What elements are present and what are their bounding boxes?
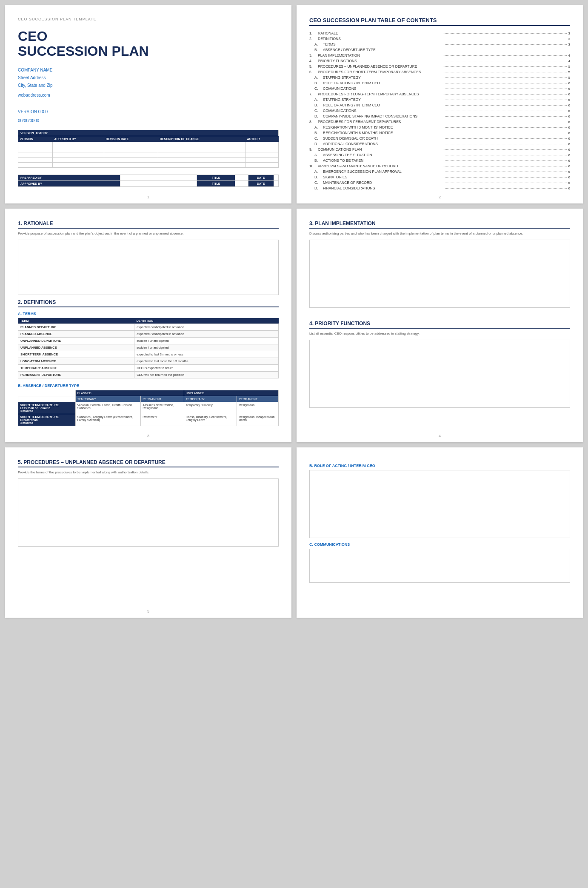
table-row [18, 147, 279, 152]
planned-perm-header: PERMANENT [141, 396, 184, 402]
th-version: VERSION [18, 136, 53, 142]
page-number-5: 5 [5, 609, 291, 613]
title-label2: TITLE [197, 181, 235, 187]
toc-container: 1.RATIONALE32.DEFINITIONS3A.TERMS3B.ABSE… [309, 31, 570, 190]
toc-item: 5.PROCEDURES – UNPLANNED ABSENCE OR DEPA… [309, 64, 570, 69]
toc-title: CEO SUCCESSION PLAN TABLE OF CONTENTS [309, 17, 570, 26]
section3-desc: Discuss authorizing parties and who has … [309, 231, 570, 236]
th-revision: REVISION DATE [104, 136, 158, 142]
toc-item: D.FINANCIAL CONSIDERATIONS6 [309, 186, 570, 190]
approved-by-label: APPROVED BY [18, 181, 120, 187]
toc-item: C.COMMUNICATIONS6 [309, 86, 570, 91]
section5-title: 5. PROCEDURES – UNPLANNED ABSENCE OR DEP… [18, 459, 279, 467]
table-row: TEMPORARY ABSENCECEO is expected to retu… [18, 365, 279, 372]
toc-item: B.ROLE OF ACTING / INTERIM CEO6 [309, 81, 570, 85]
sub-a-title: A. TERMS [18, 312, 279, 316]
page-6: B. ROLE OF ACTING / INTERIM CEO C. COMMU… [297, 447, 583, 618]
procedures-content-box [18, 478, 279, 547]
unplanned-header: UNPLANNED [184, 390, 278, 396]
sub-b-title-p6: B. ROLE OF ACTING / INTERIM CEO [309, 464, 570, 468]
toc-item: C.MAINTENANCE OF RECORD6 [309, 180, 570, 185]
section4-desc: List all essential CEO responsibilities … [309, 331, 570, 336]
page-number-4: 4 [297, 434, 583, 438]
toc-item: A.STAFFING STRATEGY6 [309, 97, 570, 102]
section2-title: 2. DEFINITIONS [18, 299, 279, 307]
toc-item: A.TERMS3 [309, 42, 570, 46]
main-title: CEO SUCCESSION PLAN [18, 29, 279, 59]
table-row: PLANNED DEPARTUREexpected / anticipated … [18, 324, 279, 331]
th-author: AUTHOR [245, 136, 279, 142]
prepared-by-label: PREPARED BY [18, 175, 120, 181]
sub-b-title: B. ABSENCE / DEPARTURE TYPE [18, 384, 279, 388]
toc-item: 6.PROCEDURES FOR SHORT-TERM TEMPORARY AB… [309, 70, 570, 74]
th-approved: APPROVED BY [53, 136, 104, 142]
company-info: COMPANY NAME Street Address City, State … [18, 66, 279, 89]
page-2: CEO SUCCESSION PLAN TABLE OF CONTENTS 1.… [297, 5, 583, 203]
table-row: SHORT TERM DEPARTURE Less than or Equal … [18, 402, 279, 414]
toc-item: B.ABSENCE / DEPARTURE TYPE [309, 48, 570, 52]
acting-ceo-content-box [309, 470, 570, 538]
page-5: 5. PROCEDURES – UNPLANNED ABSENCE OR DEP… [5, 447, 291, 618]
date-label2: DATE [248, 181, 274, 187]
toc-item: 8.PROCEDURES FOR PERMANENT DEPARTURES6 [309, 120, 570, 124]
table-row: SHORT TERM DEPARTURE Greater than 3 mont… [18, 414, 279, 426]
table-row [18, 152, 279, 158]
table-row: UNPLANNED DEPARTUREsudden / unanticipate… [18, 338, 279, 344]
section1-desc: Provide purpose of succession plan and t… [18, 231, 279, 236]
unplanned-temp-header: TEMPORARY [184, 396, 237, 402]
footer-table: PREPARED BY TITLE DATE APPROVED BY TITLE… [18, 175, 279, 187]
toc-item: A.EMERGENCY SUCCESSION PLAN APPROVAL6 [309, 169, 570, 174]
version-history-header: VERSION HISTORY [18, 130, 279, 136]
plan-impl-content-box [309, 240, 570, 308]
toc-item: B.SIGNATORIES6 [309, 175, 570, 179]
toc-item: C.COMMUNICATIONS6 [309, 109, 570, 113]
table-row: SHORT-TERM ABSENCEexpected to last 3 mon… [18, 351, 279, 358]
toc-item: A.RESIGNATION WITH 3 MONTHS' NOTICE6 [309, 125, 570, 129]
terms-th-def: DEFINITION [134, 318, 279, 324]
rationale-content-box [18, 240, 279, 295]
th-description: DESCRIPTION OF CHANGE [158, 136, 245, 142]
table-row [18, 163, 279, 168]
page-3: 1. RATIONALE Provide purpose of successi… [5, 209, 291, 442]
absence-departure-table: PLANNED UNPLANNED TEMPORARY PERMANENT TE… [18, 390, 279, 426]
toc-item: 7.PROCEDURES FOR LONG-TERM TEMPORARY ABS… [309, 92, 570, 96]
sub-c-title-p6: C. COMMUNICATIONS [309, 542, 570, 547]
table-row: PERMANENT DEPARTURECEO will not return t… [18, 372, 279, 378]
title-label1: TITLE [197, 175, 235, 181]
table-row: UNPLANNED ABSENCEsudden / unanticipated [18, 344, 279, 351]
toc-item: B.ROLE OF ACTING / INTERIM CEO6 [309, 103, 570, 107]
section4-title: 4. PRIORITY FUNCTIONS [309, 321, 570, 329]
terms-table: TERM DEFINITION PLANNED DEPARTUREexpecte… [18, 318, 279, 378]
priority-functions-content-box [309, 340, 570, 408]
section5-desc: Provide the terms of the procedures to b… [18, 470, 279, 475]
toc-item: B.ACTIONS TO BE TAKEN6 [309, 158, 570, 163]
web-address: webaddress.com [18, 93, 279, 97]
toc-item: 1.RATIONALE3 [309, 31, 570, 35]
unplanned-perm-header: PERMANENT [237, 396, 279, 402]
toc-item: A.STAFFING STRATEGY5 [309, 75, 570, 80]
communications-content-box [309, 549, 570, 583]
toc-item: D.ADDITIONAL CONSIDERATIONS6 [309, 142, 570, 146]
page-number-3: 3 [5, 434, 291, 438]
page-number-1: 1 [5, 195, 291, 199]
table-row [18, 158, 279, 163]
date-label: 00/00/0000 [18, 118, 279, 123]
version-label: VERSION 0.0.0 [18, 109, 279, 114]
table-row [18, 142, 279, 147]
date-label1: DATE [248, 175, 274, 181]
toc-item: 2.DEFINITIONS3 [309, 37, 570, 41]
toc-item: A.ASSESSING THE SITUATION6 [309, 153, 570, 157]
page-1: CEO SUCCESSION PLAN TEMPLATE CEO SUCCESS… [5, 5, 291, 203]
section3-title: 3. PLAN IMPLEMENTATION [309, 221, 570, 229]
template-label: CEO SUCCESSION PLAN TEMPLATE [18, 17, 279, 21]
planned-header: PLANNED [75, 390, 184, 396]
page-number-2: 2 [297, 195, 583, 199]
section1-title: 1. RATIONALE [18, 221, 279, 229]
toc-item: B.RESIGNATION WITH 6 MONTHS' NOTICE6 [309, 131, 570, 135]
page-4: 3. PLAN IMPLEMENTATION Discuss authorizi… [297, 209, 583, 442]
terms-th-term: TERM [18, 318, 134, 324]
toc-item: D.COMPANY-WIDE STAFFING IMPACT CONSIDERA… [309, 114, 570, 118]
toc-item: C.SUDDEN DISMISSAL OR DEATH6 [309, 136, 570, 140]
planned-temp-header: TEMPORARY [75, 396, 141, 402]
version-history-table: VERSION HISTORY VERSION APPROVED BY REVI… [18, 130, 279, 168]
